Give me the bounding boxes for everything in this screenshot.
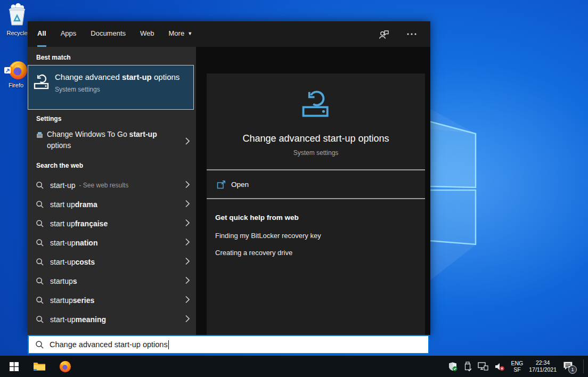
windows-search-panel: All Apps Documents Web More ▼ [28,21,430,335]
search-tabs: All Apps Documents Web More ▼ [37,21,207,47]
tab-all[interactable]: All [37,21,46,47]
web-suggestion-row[interactable]: start-up meaning [28,310,196,329]
web-suggestion-row[interactable]: start up française [28,214,196,233]
action-center-button[interactable]: 1 [562,360,575,373]
tab-more[interactable]: More ▼ [169,21,193,47]
open-action-label: Open [231,181,249,188]
web-suggestion-row[interactable]: startup series [28,291,196,310]
system-tray: ENG SF 22:34 17/11/2021 1 [448,356,584,377]
usb-device-icon[interactable] [464,362,472,372]
usb-drive-icon [35,130,44,142]
notification-badge: 1 [568,365,577,374]
section-header-search-the-web: Search the web [36,162,83,169]
help-link-bitlocker[interactable]: Finding my BitLocker recovery key [215,232,321,240]
clock-date: 17/11/2021 [529,366,557,373]
web-suggestion-row[interactable]: start-up costs [28,252,196,272]
network-icon[interactable] [478,362,488,371]
search-icon [36,277,44,285]
taskbar: ENG SF 22:34 17/11/2021 1 [0,356,588,377]
text-caret [168,340,169,349]
tab-web[interactable]: Web [140,21,154,47]
chevron-right-icon [185,137,190,147]
search-icon [35,340,44,349]
chevron-right-icon [185,181,190,190]
web-suggestion-row[interactable]: start-up nation [28,233,196,252]
preview-title: Change advanced start-up options [242,133,389,144]
chevron-right-icon [185,219,190,228]
more-options-icon[interactable] [407,33,416,35]
help-link-recovery-drive[interactable]: Creating a recovery drive [215,249,292,257]
clock-time: 22:34 [536,359,550,366]
desktop-icon-label: Firefo [1,82,31,88]
web-suggestion-row[interactable]: startups [28,272,196,291]
search-results-body: Best match Change advan [28,47,430,335]
divider [207,198,425,199]
recycle-bin-icon [6,3,28,27]
preview-pane: Change advanced start-up options System … [207,73,425,351]
search-icon [36,200,44,209]
section-header-settings: Settings [36,115,61,122]
chevron-right-icon [185,315,190,324]
web-suggestion-row[interactable]: start up drama [28,195,196,214]
taskbar-file-explorer[interactable] [28,356,51,377]
results-column: Best match Change advan [28,47,196,335]
desktop-icon-firefox[interactable]: Firefo [1,60,31,88]
settings-result-title: Change Windows To Go start-up options [47,129,170,151]
chevron-right-icon [185,258,190,267]
search-tabs-bar: All Apps Documents Web More ▼ [28,21,430,47]
language-indicator[interactable]: ENG SF [511,360,523,373]
file-explorer-icon [33,361,46,372]
screen: Recycle Firefo [0,0,588,377]
restart-icon [28,65,55,109]
search-icon [36,315,44,324]
windows-logo-icon [10,362,19,371]
tab-apps[interactable]: Apps [61,21,77,47]
search-icon [36,258,44,266]
firefox-icon [59,360,72,373]
web-suggestions-list: start-up - See web results start up dram… [28,176,196,329]
best-match-title: Change advanced start-up options [55,72,179,81]
shortcut-arrow-icon [4,67,11,73]
web-suggestion-row[interactable]: start-up - See web results [28,176,196,195]
best-match-result[interactable]: Change advanced start-up options System … [28,65,194,110]
firefox-icon [7,60,29,81]
preview-subtitle: System settings [293,149,339,157]
open-external-icon [217,180,226,191]
search-icon [36,219,44,228]
chevron-right-icon [185,200,190,209]
open-action[interactable]: Open [207,170,425,198]
search-input-value: Change advanced start-up options [50,340,168,349]
start-button[interactable] [2,356,26,377]
section-header-best-match: Best match [36,54,71,61]
show-desktop-edge[interactable] [583,359,584,373]
chevron-right-icon [185,239,190,248]
chevron-right-icon [185,296,190,305]
help-section-header: Get quick help from web [215,214,299,222]
best-match-subtitle: System settings [55,86,182,93]
taskbar-firefox[interactable] [53,356,77,377]
taskbar-clock[interactable]: 22:34 17/11/2021 [529,359,557,373]
chevron-right-icon [185,277,190,286]
volume-muted-icon[interactable] [494,362,505,372]
search-icon [36,296,44,305]
settings-result-windows-to-go[interactable]: Change Windows To Go start-up options [28,127,196,158]
security-shield-icon[interactable] [448,362,458,372]
chevron-down-icon: ▼ [187,31,192,36]
search-input[interactable]: Change advanced start-up options [28,335,429,354]
tab-documents[interactable]: Documents [91,21,126,47]
user-feedback-icon[interactable] [379,29,390,39]
search-icon [36,181,44,190]
restart-icon [300,88,331,120]
search-icon [36,239,44,247]
